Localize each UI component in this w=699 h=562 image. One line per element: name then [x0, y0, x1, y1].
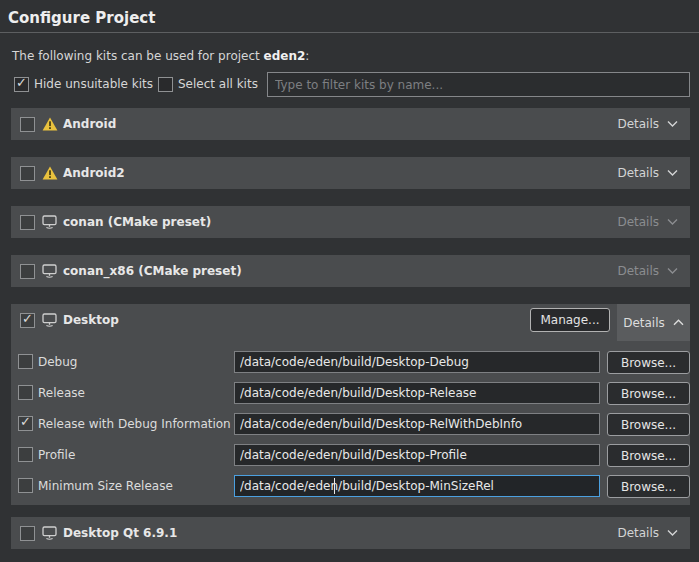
kit-checkbox[interactable]	[20, 526, 35, 541]
kit-name: Desktop Qt 6.9.1	[63, 526, 177, 540]
kit-list: AndroidDetailsAndroid2Detailsconan (CMak…	[0, 0, 699, 562]
desktop-icon	[42, 215, 58, 229]
chevron-down-icon	[667, 529, 678, 537]
config-label: Profile	[38, 448, 75, 462]
build-path-field	[234, 475, 600, 497]
kit-name: Android	[63, 117, 116, 131]
manage-button[interactable]: Manage...	[530, 308, 610, 332]
kit-row-conan-x86-cmake-preset: conan_x86 (CMake preset)Details	[11, 255, 690, 287]
build-path-field	[234, 413, 600, 435]
build-path-input[interactable]	[234, 444, 600, 466]
config-checkbox[interactable]	[18, 416, 33, 431]
chevron-down-icon	[667, 120, 678, 128]
browse-button[interactable]: Browse...	[607, 444, 690, 467]
kit-row-desktop: DesktopManage...DetailsDebugBrowse...Rel…	[11, 304, 690, 505]
kit-checkbox[interactable]	[20, 313, 35, 328]
config-checkbox[interactable]	[18, 354, 33, 369]
text-cursor	[334, 478, 335, 494]
details-toggle[interactable]: Details	[611, 206, 684, 238]
details-label: Details	[617, 264, 659, 278]
build-path-field	[234, 351, 600, 373]
details-toggle[interactable]: Details	[611, 108, 684, 140]
build-path-field	[234, 444, 600, 466]
details-toggle[interactable]: Details	[617, 304, 690, 341]
chevron-up-icon	[673, 319, 684, 327]
build-path-input[interactable]	[234, 382, 600, 404]
config-checkbox[interactable]	[18, 385, 33, 400]
config-row-release-with-debug-information: Release with Debug InformationBrowse...	[11, 413, 690, 436]
desktop-icon	[42, 264, 58, 278]
desktop-icon	[42, 313, 58, 327]
kit-name: Android2	[63, 166, 125, 180]
details-toggle[interactable]: Details	[611, 157, 684, 189]
details-toggle[interactable]: Details	[611, 517, 684, 549]
chevron-down-icon	[667, 267, 678, 275]
browse-button[interactable]: Browse...	[607, 351, 690, 374]
config-label: Release	[38, 386, 85, 400]
kit-checkbox[interactable]	[20, 117, 35, 132]
browse-button[interactable]: Browse...	[607, 382, 690, 405]
kit-checkbox[interactable]	[20, 264, 35, 279]
kit-row-conan-cmake-preset: conan (CMake preset)Details	[11, 206, 690, 238]
chevron-down-icon	[667, 169, 678, 177]
details-label: Details	[623, 316, 665, 330]
build-path-input[interactable]	[234, 351, 600, 373]
chevron-down-icon	[667, 218, 678, 226]
kit-name: conan (CMake preset)	[63, 215, 211, 229]
warning-icon	[42, 166, 58, 180]
build-path-field	[234, 382, 600, 404]
config-row-minimum-size-release: Minimum Size ReleaseBrowse...	[11, 475, 690, 498]
desktop-icon	[42, 526, 58, 540]
details-label: Details	[617, 117, 659, 131]
browse-button[interactable]: Browse...	[607, 475, 690, 498]
kit-name: Desktop	[63, 313, 119, 327]
details-label: Details	[617, 215, 659, 229]
kit-row-android: AndroidDetails	[11, 108, 690, 140]
config-checkbox[interactable]	[18, 478, 33, 493]
config-checkbox[interactable]	[18, 447, 33, 462]
browse-button[interactable]: Browse...	[607, 413, 690, 436]
kit-checkbox[interactable]	[20, 166, 35, 181]
config-row-debug: DebugBrowse...	[11, 351, 690, 374]
build-path-input[interactable]	[234, 475, 600, 497]
kit-row-desktop-qt-6-9-1: Desktop Qt 6.9.1Details	[11, 517, 690, 549]
kit-name: conan_x86 (CMake preset)	[63, 264, 242, 278]
details-label: Details	[617, 526, 659, 540]
details-toggle[interactable]: Details	[611, 255, 684, 287]
config-row-profile: ProfileBrowse...	[11, 444, 690, 467]
config-label: Debug	[38, 355, 77, 369]
build-path-input[interactable]	[234, 413, 600, 435]
kit-checkbox[interactable]	[20, 215, 35, 230]
config-label: Minimum Size Release	[38, 479, 173, 493]
kit-row-android2: Android2Details	[11, 157, 690, 189]
details-label: Details	[617, 166, 659, 180]
config-label: Release with Debug Information	[38, 417, 231, 431]
warning-icon	[42, 117, 58, 131]
config-row-release: ReleaseBrowse...	[11, 382, 690, 405]
